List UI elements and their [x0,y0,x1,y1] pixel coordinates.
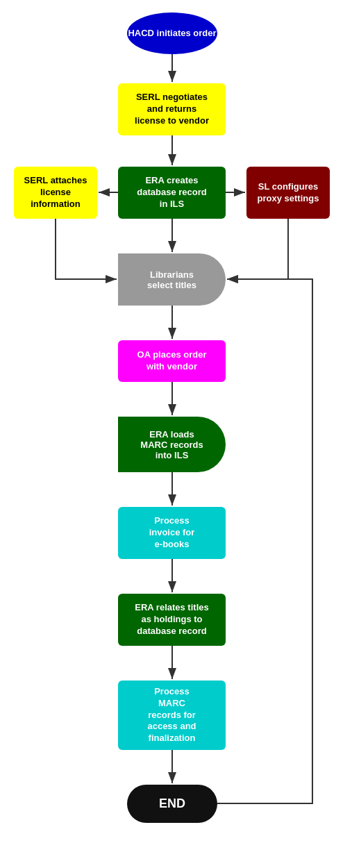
era-loads-label: ERA loadsMARC recordsinto ILS [140,429,203,460]
end-node: END [127,785,217,823]
oa-places-node: OA places orderwith vendor [118,340,226,382]
hacd-node: HACD initiates order [127,12,217,54]
era-loads-node: ERA loadsMARC recordsinto ILS [118,417,226,472]
serl-negotiate-node: SERL negotiatesand returnslicense to ven… [118,83,226,135]
oa-places-label: OA places orderwith vendor [137,349,207,373]
process-marc-label: ProcessMARCrecords foraccess andfinaliza… [147,686,196,744]
flowchart: HACD initiates order SERL negotiatesand … [0,0,352,868]
process-invoice-node: Processinvoice fore-books [118,507,226,559]
era-creates-node: ERA createsdatabase recordin ILS [118,167,226,219]
end-label: END [159,796,185,812]
sl-configures-label: SL configuresproxy settings [258,181,319,205]
sl-configures-node: SL configuresproxy settings [246,167,330,219]
serl-negotiate-label: SERL negotiatesand returnslicense to ven… [135,92,209,127]
era-relates-node: ERA relates titlesas holdings todatabase… [118,594,226,646]
serl-attaches-label: SERL attacheslicenseinformation [24,175,87,210]
process-invoice-label: Processinvoice fore-books [149,515,195,551]
era-relates-label: ERA relates titlesas holdings todatabase… [135,602,208,637]
librarians-node: Librariansselect titles [118,253,226,306]
serl-attaches-node: SERL attacheslicenseinformation [14,167,97,219]
era-creates-label: ERA createsdatabase recordin ILS [137,175,206,210]
hacd-label: HACD initiates order [128,28,216,40]
process-marc-node: ProcessMARCrecords foraccess andfinaliza… [118,681,226,750]
librarians-label: Librariansselect titles [147,269,196,290]
